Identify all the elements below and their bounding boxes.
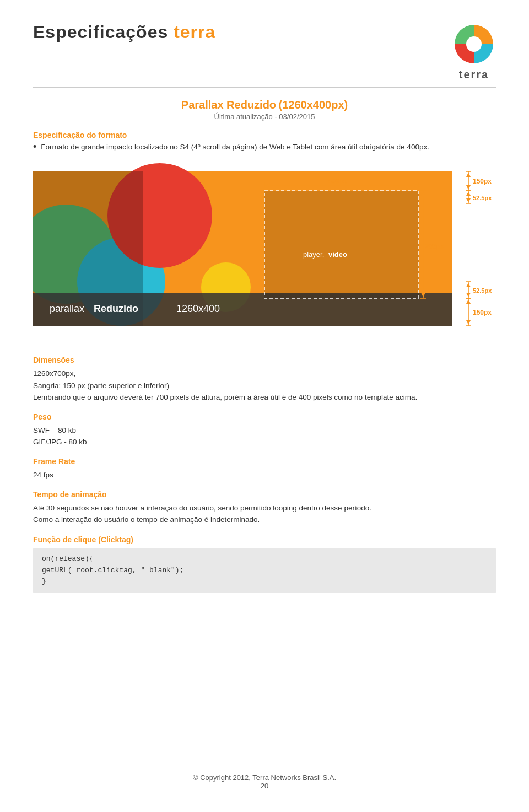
svg-text:480px: 480px <box>328 178 347 185</box>
footer-copyright: © Copyright 2012, Terra Networks Brasil … <box>0 773 529 782</box>
svg-text:52.5px: 52.5px <box>473 195 492 201</box>
main-title-block: Parallax Reduzido (1260x400px) Última at… <box>33 99 496 121</box>
animation-body1: Até 30 segundos se não houver a interaçã… <box>33 502 496 514</box>
page-header: Especificações terra terra <box>33 22 496 81</box>
frame-rate-value: 24 fps <box>33 469 496 481</box>
svg-text:150px: 150px <box>473 178 492 185</box>
frame-rate-section: Frame Rate 24 fps <box>33 457 496 481</box>
svg-text:player.: player. <box>303 250 324 259</box>
svg-point-0 <box>466 36 482 52</box>
animation-body2: Como a interação do usuário o tempo de a… <box>33 514 496 526</box>
code-line3: } <box>42 576 487 588</box>
svg-marker-48 <box>466 320 471 325</box>
page-title: Especificações terra <box>33 22 215 42</box>
dimensions-body: 1260x700px, Sangria: 150 px (parte super… <box>33 368 496 404</box>
bullet-icon: • <box>33 142 36 152</box>
svg-text:parallax: parallax <box>50 303 84 314</box>
parallax-diagram: parallax Reduzido 1260x400 player. video… <box>33 160 496 342</box>
format-text: Formato de grande impacto localizado no … <box>41 143 429 151</box>
clicktag-heading: Função de clique (Clicktag) <box>33 535 496 545</box>
terra-logo-text: terra <box>459 68 489 81</box>
peso-heading: Peso <box>33 412 496 421</box>
format-section: Especificação do formato • Formato de gr… <box>33 131 496 152</box>
clicktag-heading-orange: (Clicktag) <box>98 535 133 544</box>
svg-text:video: video <box>328 250 347 259</box>
main-title: Parallax Reduzido (1260x400px) <box>33 99 496 111</box>
peso-section: Peso SWF – 80 kb GIF/JPG - 80 kb <box>33 412 496 448</box>
svg-marker-17 <box>466 173 471 177</box>
svg-text:1260x400: 1260x400 <box>176 303 220 314</box>
clicktag-heading-black: Função de clique <box>33 535 98 544</box>
peso-gif: GIF/JPG - 80 kb <box>33 436 496 448</box>
title-black: Especificações <box>33 22 168 42</box>
format-body: • Formato de grande impacto localizado n… <box>33 143 496 152</box>
code-line2: getURL(_root.clicktag, "_blank"); <box>42 565 487 577</box>
svg-marker-42 <box>466 293 471 297</box>
svg-marker-41 <box>466 283 471 287</box>
svg-text:52.5px: 52.5px <box>473 287 492 294</box>
last-update: Última atualização - 03/02/2015 <box>33 112 496 121</box>
svg-rect-11 <box>264 191 419 298</box>
code-line1: on(release){ <box>42 553 487 565</box>
terra-logo-icon <box>452 22 496 66</box>
format-heading: Especificação do formato <box>33 131 496 139</box>
frame-rate-heading: Frame Rate <box>33 457 496 466</box>
svg-marker-18 <box>466 185 471 190</box>
animation-heading: Tempo de animação <box>33 490 496 499</box>
clicktag-code: on(release){ getURL(_root.clicktag, "_bl… <box>33 548 496 593</box>
logo-area: terra <box>452 22 496 81</box>
footer-page-number: 20 <box>0 782 529 790</box>
main-title-size: (1260x400px) <box>279 99 348 111</box>
clicktag-section: Função de clique (Clicktag) on(release){… <box>33 535 496 593</box>
svg-text:295px: 295px <box>425 243 444 250</box>
svg-text:150px: 150px <box>473 309 492 316</box>
peso-swf: SWF – 80 kb <box>33 424 496 437</box>
svg-text:Reduzido: Reduzido <box>94 303 138 314</box>
parallax-diagram-svg: parallax Reduzido 1260x400 player. video… <box>33 160 496 342</box>
title-orange: terra <box>174 22 215 42</box>
footer: © Copyright 2012, Terra Networks Brasil … <box>0 773 529 790</box>
svg-marker-23 <box>466 192 471 196</box>
svg-marker-47 <box>466 299 471 304</box>
dimensions-heading: Dimensões <box>33 356 496 364</box>
svg-marker-24 <box>466 198 471 202</box>
main-title-name: Parallax Reduzido <box>181 99 276 111</box>
dimensions-section: Dimensões 1260x700px, Sangria: 150 px (p… <box>33 356 496 404</box>
header-divider <box>33 87 496 88</box>
animation-section: Tempo de animação Até 30 segundos se não… <box>33 490 496 526</box>
